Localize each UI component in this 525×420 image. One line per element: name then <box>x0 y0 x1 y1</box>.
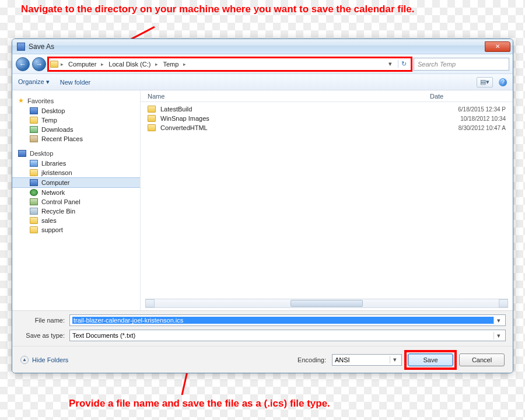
search-placeholder: Search Temp <box>418 61 456 68</box>
app-icon <box>17 43 25 51</box>
annotation-bottom: Provide a file name and save the file as… <box>69 398 330 410</box>
file-rows: LatestBuild6/18/2015 12:34 P WinSnap Ima… <box>141 102 513 298</box>
sidebar-favorites-header[interactable]: ★ Favorites <box>12 95 140 106</box>
back-button[interactable]: ← <box>16 57 30 71</box>
action-bar: ▲ Hide Folders Encoding: ANSI ▾ Save Can… <box>12 346 513 373</box>
encoding-value: ANSI <box>335 356 350 363</box>
column-headers[interactable]: Name Date <box>141 90 513 102</box>
savetype-select[interactable]: Text Documents (*.txt) ▾ <box>69 330 506 341</box>
hide-folders-button[interactable]: ▲ Hide Folders <box>20 356 68 364</box>
sidebar-item-temp[interactable]: Temp <box>12 116 140 125</box>
chevron-right-icon: ▸ <box>101 61 104 67</box>
toolbar: Organize ▾ New folder ▤▾ ? <box>12 74 513 90</box>
sidebar-item-user[interactable]: jkristenson <box>12 168 140 177</box>
col-date[interactable]: Date <box>430 93 506 100</box>
desktop-icon <box>30 107 38 114</box>
collapse-icon: ▲ <box>20 356 29 364</box>
desktop-icon <box>18 150 26 157</box>
encoding-select[interactable]: ANSI ▾ <box>332 354 402 366</box>
organize-menu[interactable]: Organize ▾ <box>18 78 50 86</box>
sidebar-group-label: Desktop <box>30 150 53 157</box>
folder-icon <box>148 124 156 131</box>
sidebar-item-recyclebin[interactable]: Recycle Bin <box>12 206 140 216</box>
breadcrumb-seg[interactable]: Local Disk (C:) <box>106 61 153 68</box>
sidebar-item-controlpanel[interactable]: Control Panel <box>12 197 140 206</box>
titlebar: Save As ✕ <box>12 39 513 54</box>
help-icon[interactable]: ? <box>499 78 507 86</box>
folder-icon <box>50 61 58 68</box>
folder-icon <box>30 117 38 124</box>
folder-icon <box>30 226 38 233</box>
save-as-dialog: Save As ✕ ← → ▸ Computer ▸ Local Disk (C… <box>12 38 513 373</box>
controlpanel-icon <box>30 198 38 205</box>
address-bar[interactable]: ▸ Computer ▸ Local Disk (C:) ▸ Temp ▸ ▾ … <box>48 58 411 71</box>
cancel-button[interactable]: Cancel <box>459 354 505 366</box>
chevron-down-icon[interactable]: ▾ <box>494 317 503 324</box>
sidebar-item-recent[interactable]: Recent Places <box>12 134 140 144</box>
save-button[interactable]: Save <box>408 354 453 366</box>
list-item[interactable]: LatestBuild6/18/2015 12:34 P <box>141 104 513 114</box>
recent-icon <box>30 135 38 142</box>
folder-icon <box>30 217 38 224</box>
new-folder-button[interactable]: New folder <box>60 79 91 86</box>
filename-input[interactable]: trail-blazer-calendar-joel-kristenson.ic… <box>69 314 506 326</box>
window-title: Save As <box>29 43 54 51</box>
sidebar: ★ Favorites Desktop Temp Downloads Recen… <box>12 90 141 310</box>
computer-icon <box>30 179 38 186</box>
horizontal-scrollbar[interactable] <box>145 299 508 308</box>
sidebar-item-libraries[interactable]: Libraries <box>12 159 140 168</box>
breadcrumb-seg[interactable]: Temp <box>160 61 181 68</box>
forward-button[interactable]: → <box>32 57 46 71</box>
refresh-button[interactable]: ↻ <box>398 60 410 68</box>
filename-value: trail-blazer-calendar-joel-kristenson.ic… <box>72 317 494 324</box>
filename-label: File name: <box>19 317 69 324</box>
address-dropdown[interactable]: ▾ <box>385 60 396 68</box>
annotation-top: Navigate to the directory on your machin… <box>21 4 415 15</box>
downloads-icon <box>30 126 38 133</box>
search-input[interactable]: Search Temp <box>414 58 509 71</box>
sidebar-group-label: Favorites <box>27 97 54 104</box>
network-icon <box>30 189 38 196</box>
chevron-right-icon: ▸ <box>183 61 186 67</box>
chevron-right-icon: ▸ <box>61 61 64 67</box>
nav-row: ← → ▸ Computer ▸ Local Disk (C:) ▸ Temp … <box>12 54 513 74</box>
chevron-down-icon[interactable]: ▾ <box>494 332 503 340</box>
savetype-label: Save as type: <box>19 332 69 339</box>
col-name[interactable]: Name <box>148 93 430 100</box>
star-icon: ★ <box>18 97 24 104</box>
encoding-label: Encoding: <box>298 356 326 363</box>
chevron-right-icon: ▸ <box>155 61 158 67</box>
view-options-button[interactable]: ▤▾ <box>477 77 493 88</box>
breadcrumb-seg[interactable]: Computer <box>66 61 99 68</box>
folder-icon <box>148 115 156 122</box>
folder-icon <box>148 106 156 113</box>
annotation-highlight-save: Save <box>408 354 453 366</box>
field-bar: File name: trail-blazer-calendar-joel-kr… <box>12 310 513 346</box>
recyclebin-icon <box>30 208 38 215</box>
sidebar-item-desktop[interactable]: Desktop <box>12 106 140 116</box>
savetype-value: Text Documents (*.txt) <box>72 332 494 339</box>
scrollbar-thumb[interactable] <box>290 300 363 307</box>
list-item[interactable]: WinSnap Images10/18/2012 10:34 <box>141 114 513 123</box>
close-button[interactable]: ✕ <box>485 41 510 52</box>
sidebar-item-support[interactable]: support <box>12 225 140 235</box>
folder-icon <box>30 169 38 176</box>
sidebar-item-network[interactable]: Network <box>12 188 140 197</box>
sidebar-item-computer[interactable]: Computer <box>12 177 140 188</box>
libraries-icon <box>30 160 38 167</box>
file-pane: Name Date LatestBuild6/18/2015 12:34 P W… <box>141 90 513 310</box>
sidebar-item-sales[interactable]: sales <box>12 216 140 225</box>
sidebar-item-downloads[interactable]: Downloads <box>12 125 140 134</box>
chevron-down-icon[interactable]: ▾ <box>390 356 399 363</box>
list-item[interactable]: ConvertedHTML8/30/2012 10:47 A <box>141 123 513 132</box>
hide-folders-label: Hide Folders <box>32 356 68 363</box>
sidebar-desktop-header[interactable]: Desktop <box>12 148 140 159</box>
